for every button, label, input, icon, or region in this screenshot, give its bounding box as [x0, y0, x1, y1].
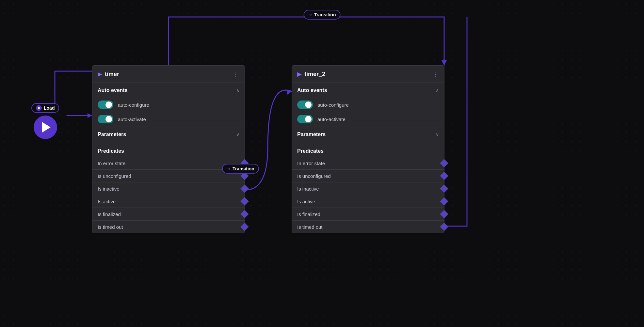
right-predicate-unconfigured: Is unconfigured: [292, 169, 444, 182]
middle-transition-badge[interactable]: ➜ Transition: [222, 164, 259, 174]
left-predicate-active-label: Is active: [98, 199, 116, 204]
left-predicate-in-error-label: In error state: [98, 161, 125, 166]
middle-transition-arrow-icon: ➜: [227, 166, 231, 171]
left-predicate-active: Is active: [92, 195, 245, 208]
left-card-menu-icon[interactable]: ⋮: [233, 70, 239, 78]
right-auto-configure-label: auto-configure: [317, 102, 349, 108]
top-transition-badge[interactable]: ➜ Transition: [304, 10, 341, 20]
left-auto-events-chevron-icon: ∧: [236, 88, 239, 93]
right-parameters-title: Parameters: [297, 132, 326, 137]
left-card-arrow-icon: ▶: [98, 70, 102, 78]
right-predicate-active-diamond[interactable]: [440, 197, 448, 205]
svg-marker-2: [287, 89, 292, 95]
play-triangle-icon: [42, 122, 51, 132]
right-predicate-inactive-label: Is inactive: [297, 186, 319, 192]
left-predicates-section: Predicates In error state Is unconfigure…: [92, 142, 245, 233]
left-predicate-inactive-label: Is inactive: [98, 186, 120, 192]
right-auto-configure-toggle[interactable]: [297, 101, 313, 109]
left-auto-events-title: Auto events: [98, 87, 128, 93]
play-badge-icon: [36, 105, 42, 111]
svg-marker-0: [442, 60, 447, 65]
left-auto-configure-label: auto-configure: [118, 102, 149, 108]
right-predicate-finalized-diamond[interactable]: [440, 210, 448, 218]
left-card-header: ▶ timer ⋮: [92, 66, 245, 83]
left-predicate-unconfigured: Is unconfigured: [92, 169, 245, 182]
left-auto-events-header[interactable]: Auto events ∧: [92, 83, 245, 98]
left-state-card: ▶ timer ⋮ Auto events ∧ auto-configure a…: [92, 65, 245, 233]
right-predicate-timed-out: Is timed out: [292, 220, 444, 233]
right-predicate-timed-out-label: Is timed out: [297, 224, 323, 230]
play-button[interactable]: [34, 116, 57, 139]
right-auto-events-title: Auto events: [297, 87, 327, 93]
left-predicate-finalized-label: Is finalized: [98, 211, 121, 217]
left-auto-activate-label: auto-activate: [118, 117, 146, 122]
left-auto-configure-row: auto-configure: [92, 98, 245, 112]
load-badge: Load: [31, 103, 59, 113]
right-predicate-timed-out-diamond[interactable]: [440, 223, 448, 231]
right-card-title: timer_2: [304, 71, 429, 78]
left-parameters-section: Parameters ∨: [92, 127, 245, 142]
left-predicate-finalized-diamond[interactable]: [240, 210, 249, 218]
right-predicate-in-error-label: In error state: [297, 161, 325, 166]
right-predicate-active-label: Is active: [297, 199, 315, 204]
right-parameters-header[interactable]: Parameters ∨: [292, 127, 444, 142]
right-auto-events-section: Auto events ∧ auto-configure auto-activa…: [292, 83, 444, 127]
right-card-arrow-icon: ▶: [297, 70, 302, 78]
load-label: Load: [44, 105, 55, 111]
right-auto-events-header[interactable]: Auto events ∧: [292, 83, 444, 98]
left-auto-activate-toggle[interactable]: [98, 115, 113, 123]
right-predicate-unconfigured-diamond[interactable]: [440, 172, 448, 180]
right-predicate-finalized-label: Is finalized: [297, 211, 320, 217]
right-predicate-inactive: Is inactive: [292, 182, 444, 195]
right-auto-events-chevron-icon: ∧: [436, 88, 439, 93]
right-parameters-section: Parameters ∨: [292, 127, 444, 142]
right-card-header: ▶ timer_2 ⋮: [292, 66, 444, 83]
right-predicates-section: Predicates In error state Is unconfigure…: [292, 142, 444, 233]
left-predicate-in-error: In error state: [92, 157, 245, 169]
left-predicates-title: Predicates: [92, 144, 245, 157]
right-card-menu-icon[interactable]: ⋮: [432, 70, 439, 78]
right-predicate-in-error-diamond[interactable]: [440, 159, 448, 167]
left-predicate-active-diamond[interactable]: [240, 197, 249, 205]
right-predicate-finalized: Is finalized: [292, 208, 444, 220]
left-parameters-header[interactable]: Parameters ∨: [92, 127, 245, 142]
right-auto-activate-row: auto-activate: [292, 112, 444, 127]
right-parameters-chevron-icon: ∨: [436, 132, 439, 137]
left-card-title: timer: [105, 71, 230, 78]
left-predicate-unconfigured-label: Is unconfigured: [98, 173, 131, 179]
right-auto-activate-label: auto-activate: [317, 117, 346, 122]
left-predicate-finalized: Is finalized: [92, 208, 245, 220]
canvas: Load ➜ Transition ➜ Transition ▶ timer ⋮…: [0, 0, 644, 327]
right-predicate-in-error: In error state: [292, 157, 444, 169]
load-node[interactable]: Load: [31, 103, 59, 139]
svg-marker-1: [88, 113, 92, 118]
top-transition-label: Transition: [314, 12, 336, 17]
right-auto-configure-row: auto-configure: [292, 98, 444, 112]
left-predicate-timed-out-diamond[interactable]: [240, 223, 249, 231]
left-auto-configure-toggle[interactable]: [98, 101, 113, 109]
left-predicate-timed-out-label: Is timed out: [98, 224, 123, 230]
middle-transition-label: Transition: [233, 166, 254, 171]
transition-arrow-icon: ➜: [308, 12, 312, 17]
left-predicate-timed-out: Is timed out: [92, 220, 245, 233]
right-predicates-title: Predicates: [292, 144, 444, 157]
left-parameters-chevron-icon: ∨: [236, 132, 239, 137]
left-auto-events-section: Auto events ∧ auto-configure auto-activa…: [92, 83, 245, 127]
right-predicate-active: Is active: [292, 195, 444, 208]
left-parameters-title: Parameters: [98, 132, 126, 137]
right-predicate-unconfigured-label: Is unconfigured: [297, 173, 331, 179]
left-predicate-inactive: Is inactive: [92, 182, 245, 195]
left-auto-activate-row: auto-activate: [92, 112, 245, 127]
right-auto-activate-toggle[interactable]: [297, 115, 313, 123]
right-predicate-inactive-diamond[interactable]: [440, 184, 448, 193]
left-predicate-inactive-diamond[interactable]: [240, 184, 249, 193]
right-state-card: ▶ timer_2 ⋮ Auto events ∧ auto-configure…: [292, 65, 444, 233]
